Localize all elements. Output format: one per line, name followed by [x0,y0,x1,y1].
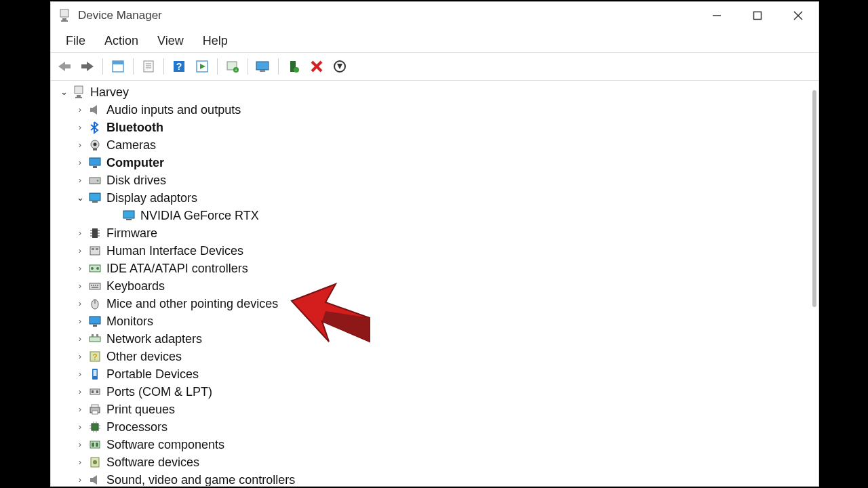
svg-marker-20 [200,64,205,69]
menu-help[interactable]: Help [193,31,237,51]
menu-view[interactable]: View [148,31,193,51]
menu-action[interactable]: Action [95,31,148,51]
tree-category-14[interactable]: ›Portable Devices [54,365,808,383]
expand-icon[interactable]: › [74,453,86,471]
expand-icon[interactable]: › [74,330,86,348]
expand-icon[interactable]: › [74,119,86,136]
collapse-icon[interactable]: ⌄ [74,189,86,207]
tree-category-1[interactable]: ›Bluetooth [54,119,808,136]
tree-item-label: Computer [106,154,164,171]
portable-icon [87,367,102,382]
tree-category-17[interactable]: ›Processors [54,418,808,436]
maximize-button[interactable] [737,2,778,29]
expand-icon[interactable]: › [74,365,86,383]
scrollbar-thumb[interactable] [812,90,816,307]
tree-item-label: NVIDIA GeForce RTX [140,207,259,224]
expand-icon[interactable]: › [74,277,86,295]
uninstall-button[interactable] [306,56,328,77]
separator [278,58,279,75]
expand-icon[interactable]: › [74,436,86,453]
tree-category-18[interactable]: ›Software components [54,436,808,453]
tree-category-19[interactable]: ›Software devices [54,453,808,471]
update-driver-button[interactable] [252,56,274,77]
scan-button[interactable] [191,56,213,77]
forward-button[interactable] [77,56,98,77]
svg-rect-55 [90,247,100,255]
expand-icon[interactable]: › [74,383,86,401]
svg-rect-48 [92,228,98,238]
svg-rect-42 [90,178,100,184]
svg-rect-41 [93,166,97,168]
tree-item-label: Harvey [90,83,129,101]
tree-category-7[interactable]: ›Human Interface Devices [54,242,808,260]
menu-file[interactable]: File [56,31,95,51]
expand-icon[interactable]: › [74,260,86,277]
tree-category-3[interactable]: ›Computer [54,154,808,171]
tree-item-label: Monitors [106,312,153,330]
tree-category-4[interactable]: ›Disk drives [54,171,808,189]
separator [163,58,164,75]
tree-category-6[interactable]: ›Firmware [54,224,808,242]
tree-category-5[interactable]: ⌄Display adaptors [54,189,808,207]
tree-category-12[interactable]: ›Network adapters [54,330,808,348]
properties-button[interactable] [138,56,159,77]
svg-rect-47 [126,219,132,220]
tree-category-9[interactable]: ›Keyboards [54,277,808,295]
tree-category-2[interactable]: ›Cameras [54,136,808,154]
svg-rect-61 [90,283,100,289]
tree-item-label: Display adaptors [106,189,197,207]
tree-category-15[interactable]: ›Ports (COM & LPT) [54,383,808,401]
tree-category-11[interactable]: ›Monitors [54,312,808,330]
tree-category-20[interactable]: ›Sound, video and game controllers [54,471,808,486]
expand-icon[interactable]: › [74,471,86,486]
tree-category-13[interactable]: ›?Other devices [54,348,808,365]
disable-button[interactable] [329,56,351,77]
tree-item-label: Audio inputs and outputs [106,101,241,119]
add-legacy-button[interactable]: + [222,56,243,77]
svg-rect-77 [94,370,97,376]
svg-rect-83 [92,411,98,414]
tree-device-5-0[interactable]: NVIDIA GeForce RTX [54,207,808,224]
monitor-icon [87,314,102,329]
svg-rect-40 [90,158,100,165]
enable-button[interactable] [283,56,304,77]
expand-icon[interactable]: › [74,136,86,154]
help-button[interactable]: ? [168,56,190,77]
scrollbar[interactable] [810,90,818,482]
show-hidden-button[interactable] [107,56,129,77]
device-tree[interactable]: ⌄Harvey›Audio inputs and outputs›Bluetoo… [54,81,808,486]
tree-category-8[interactable]: ›IDE ATA/ATAPI controllers [54,260,808,277]
expand-icon[interactable]: › [74,242,86,260]
expand-icon[interactable]: › [74,171,86,189]
svg-rect-12 [113,61,123,64]
expand-icon[interactable]: › [74,418,86,436]
svg-rect-25 [260,70,265,72]
expand-icon[interactable]: › [74,348,86,365]
expand-icon[interactable]: › [74,101,86,119]
svg-rect-62 [91,285,92,286]
tree-item-label: IDE ATA/ATAPI controllers [106,260,248,277]
expand-icon[interactable]: › [74,312,86,330]
close-button[interactable] [778,2,818,29]
collapse-icon[interactable]: ⌄ [58,83,70,101]
tree-root[interactable]: ⌄Harvey [54,83,808,101]
minimize-button[interactable] [696,2,737,29]
svg-rect-32 [75,86,83,94]
expand-icon[interactable]: › [74,401,86,418]
tree-category-0[interactable]: ›Audio inputs and outputs [54,101,808,119]
cpu-icon [87,420,102,434]
tree-category-16[interactable]: ›Print queues [54,401,808,418]
svg-rect-35 [90,108,93,112]
tree-item-label: Ports (COM & LPT) [106,383,212,401]
svg-rect-45 [92,201,98,203]
expand-icon[interactable]: › [74,295,86,312]
back-button[interactable] [54,56,75,77]
expand-icon[interactable]: › [74,224,86,242]
printer-icon [87,402,102,417]
tree-category-10[interactable]: ›Mice and other pointing devices [54,295,808,312]
svg-rect-33 [77,95,81,97]
expand-icon[interactable]: › [74,154,86,171]
separator [102,58,103,75]
svg-rect-65 [97,285,98,286]
network-icon [87,331,102,346]
